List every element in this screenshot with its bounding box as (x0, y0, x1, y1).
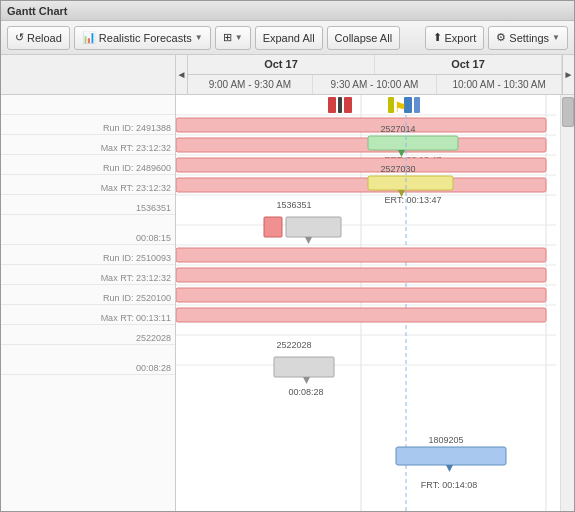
gantt-window: Gantt Chart ↺ Reload 📊 Realistic Forecas… (0, 0, 575, 512)
reload-label: Reload (27, 32, 62, 44)
reload-button[interactable]: ↺ Reload (7, 26, 70, 50)
arrow-down-blue (446, 465, 453, 472)
run-id-1: Run ID: 2491388 (1, 122, 175, 134)
settings-arrow-icon: ▼ (552, 33, 560, 42)
expand-all-button[interactable]: Expand All (255, 26, 323, 50)
left-row-10: Max RT: 00:13:11 (1, 305, 175, 325)
arrow-down-gray (305, 237, 312, 244)
run-id-3: 1536351 (1, 202, 175, 214)
realistic-forecasts-button[interactable]: 📊 Realistic Forecasts ▼ (74, 26, 211, 50)
bar-row4-red (176, 178, 546, 192)
left-row-6: 00:08:15 (1, 215, 175, 245)
left-row-2: Max RT: 23:12:32 (1, 135, 175, 155)
time-range-2: 9:30 AM - 10:00 AM (313, 75, 438, 94)
time-label-2: 00:08:28 (288, 387, 323, 397)
left-row-3: Run ID: 2489600 (1, 155, 175, 175)
gantt-container: ◄ Oct 17 Oct 17 9:00 AM - 9:30 AM 9:30 A… (1, 55, 574, 511)
scroll-left-button[interactable]: ◄ (176, 55, 188, 94)
export-button[interactable]: ⬆ Export (425, 26, 485, 50)
left-row-9: Run ID: 2520100 (1, 285, 175, 305)
gantt-left-panel: Run ID: 2491388 Max RT: 23:12:32 Run ID:… (1, 95, 176, 511)
label-1809205: 1809205 (428, 435, 463, 445)
left-row-5: 1536351 (1, 195, 175, 215)
scrollbar-thumb[interactable] (562, 97, 574, 127)
time-range-1: 9:00 AM - 9:30 AM (188, 75, 313, 94)
scroll-right-button[interactable]: ► (562, 55, 574, 94)
label-2527030: 2527030 (380, 164, 415, 174)
date-row: Oct 17 Oct 17 (188, 55, 562, 75)
date-right: Oct 17 (375, 55, 562, 74)
expand-all-label: Expand All (263, 32, 315, 44)
collapse-all-button[interactable]: Collapse All (327, 26, 400, 50)
bar-gray-1 (286, 217, 341, 237)
run-id-6: 2522028 (1, 332, 175, 344)
dropdown-arrow2-icon: ▼ (235, 33, 243, 42)
collapse-all-label: Collapse All (335, 32, 392, 44)
bar-row9-red (176, 288, 546, 302)
bar-row8-red (176, 268, 546, 282)
frt-label: FRT: 00:14:08 (421, 480, 477, 490)
extra-button[interactable]: ⊞ ▼ (215, 26, 251, 50)
realistic-forecasts-label: Realistic Forecasts (99, 32, 192, 44)
title-bar: Gantt Chart (1, 1, 574, 21)
settings-icon: ⚙ (496, 31, 506, 44)
max-rt-5: Max RT: 00:13:11 (1, 312, 175, 324)
header-spacer (1, 55, 176, 94)
window-title: Gantt Chart (7, 5, 68, 17)
run-id-4: Run ID: 2510093 (1, 252, 175, 264)
indicator-bar-red2 (344, 97, 352, 113)
bar-row3-red (176, 158, 546, 172)
label-2527014: 2527014 (380, 124, 415, 134)
max-rt-6: 00:08:28 (1, 362, 175, 374)
bar-row10-red (176, 308, 546, 322)
max-rt-4: Max RT: 23:12:32 (1, 272, 175, 284)
date-left: Oct 17 (188, 55, 375, 74)
bar-gray-2 (274, 357, 334, 377)
bar-row2-red (176, 138, 546, 152)
run-id-2: Run ID: 2489600 (1, 162, 175, 174)
reload-icon: ↺ (15, 31, 24, 44)
gantt-svg: ⚑ 2527014 ERT: 00:13:47 (176, 95, 560, 511)
max-rt-3: 00:08:15 (1, 232, 175, 244)
ert-label-2: ERT: 00:13:47 (385, 195, 442, 205)
settings-button[interactable]: ⚙ Settings ▼ (488, 26, 568, 50)
label-2522028: 2522028 (276, 340, 311, 350)
left-indicator-row (1, 95, 175, 115)
max-rt-1: Max RT: 23:12:32 (1, 142, 175, 154)
left-row-11: 2522028 (1, 325, 175, 345)
export-icon: ⬆ (433, 31, 442, 44)
extra-icon: ⊞ (223, 31, 232, 44)
export-label: Export (445, 32, 477, 44)
vertical-scrollbar[interactable] (560, 95, 574, 511)
arrow-down-gray2 (303, 377, 310, 384)
gantt-body: Run ID: 2491388 Max RT: 23:12:32 Run ID:… (1, 95, 574, 511)
time-range-3: 10:00 AM - 10:30 AM (437, 75, 562, 94)
forecast-icon: 📊 (82, 31, 96, 44)
left-row-12: 00:08:28 (1, 345, 175, 375)
settings-label: Settings (509, 32, 549, 44)
flag-icon: ⚑ (394, 99, 407, 115)
gantt-right-panel: ⚑ 2527014 ERT: 00:13:47 (176, 95, 560, 511)
mini-bar-red (264, 217, 282, 237)
time-row: 9:00 AM - 9:30 AM 9:30 AM - 10:00 AM 10:… (188, 75, 562, 94)
bar-green-1 (368, 136, 458, 150)
left-row-4: Max RT: 23:12:32 (1, 175, 175, 195)
indicator-bar-blue2 (414, 97, 420, 113)
label-1536351: 1536351 (276, 200, 311, 210)
bar-yellow-1 (368, 176, 453, 190)
indicator-bar-red1 (328, 97, 336, 113)
timeline-dates: Oct 17 Oct 17 9:00 AM - 9:30 AM 9:30 AM … (188, 55, 562, 94)
toolbar: ↺ Reload 📊 Realistic Forecasts ▼ ⊞ ▼ Exp… (1, 21, 574, 55)
bar-row1-red (176, 118, 546, 132)
timeline-header: ◄ Oct 17 Oct 17 9:00 AM - 9:30 AM 9:30 A… (1, 55, 574, 95)
indicator-bar-black (338, 97, 342, 113)
bar-blue-1 (396, 447, 506, 465)
max-rt-2: Max RT: 23:12:32 (1, 182, 175, 194)
dropdown-arrow-icon: ▼ (195, 33, 203, 42)
run-id-5: Run ID: 2520100 (1, 292, 175, 304)
bar-row7-red (176, 248, 546, 262)
left-row-7: Run ID: 2510093 (1, 245, 175, 265)
left-row-1: Run ID: 2491388 (1, 115, 175, 135)
left-row-8: Max RT: 23:12:32 (1, 265, 175, 285)
